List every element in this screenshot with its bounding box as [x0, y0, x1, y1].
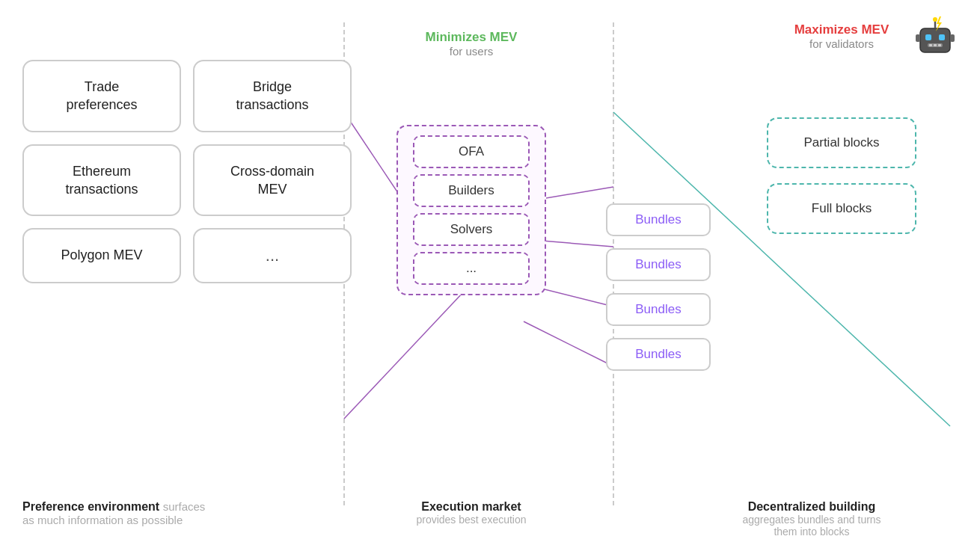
bundle-3: Bundles	[606, 293, 711, 326]
for-users-label: for users	[426, 45, 518, 58]
svg-rect-9	[920, 28, 950, 52]
svg-rect-19	[950, 34, 955, 42]
solvers-item: Solvers	[413, 213, 530, 246]
middle-ellipsis: ...	[413, 252, 530, 285]
right-footer-secondary: aggregates bundles and turnsthem into bl…	[666, 514, 958, 538]
bundles-column: Bundles Bundles Bundles Bundles	[591, 37, 726, 536]
ellipsis-box: ...	[193, 228, 352, 283]
builders-item: Builders	[413, 174, 530, 207]
svg-rect-16	[934, 44, 937, 46]
bundle-1: Bundles	[606, 203, 711, 236]
block-boxes: Partial blocks Full blocks	[767, 117, 916, 234]
right-footer-primary: Decentralized building	[666, 500, 958, 514]
footer-row: Preference environment surfacesas much i…	[0, 500, 980, 538]
bridge-transactions-box: Bridgetransactions	[193, 60, 352, 132]
svg-point-11	[933, 17, 937, 22]
svg-rect-13	[939, 34, 945, 40]
left-footer: Preference environment surfacesas much i…	[22, 500, 352, 538]
polygon-mev-box: Polygon MEV	[22, 228, 181, 283]
trade-preferences-box: Tradepreferences	[22, 60, 181, 132]
bundle-2: Bundles	[606, 248, 711, 281]
svg-rect-15	[929, 44, 932, 46]
for-validators-label: for validators	[794, 37, 889, 50]
left-footer-primary: Preference environment	[22, 500, 159, 513]
svg-rect-18	[916, 34, 920, 42]
bundle-4: Bundles	[606, 338, 711, 371]
partial-blocks-box: Partial blocks	[767, 117, 916, 168]
middle-footer-primary: Execution market	[352, 500, 591, 514]
svg-rect-12	[925, 34, 931, 40]
cross-domain-mev-box: Cross-domainMEV	[193, 144, 352, 217]
ethereum-transactions-box: Ethereumtransactions	[22, 144, 181, 217]
middle-footer-secondary: provides best execution	[352, 514, 591, 526]
minimizes-label: Minimizes MEV	[426, 30, 518, 45]
middle-column: Minimizes MEV for users OFA Builders Sol…	[352, 15, 591, 536]
right-column: Maximizes MEV for validators Partial blo…	[726, 15, 958, 536]
maximizes-header: Maximizes MEV for validators	[794, 15, 889, 50]
execution-group: OFA Builders Solvers ...	[396, 125, 546, 295]
preference-grid: Tradepreferences Bridgetransactions Ethe…	[22, 60, 352, 283]
maximizes-label: Maximizes MEV	[794, 22, 889, 37]
robot-icon	[911, 13, 959, 61]
middle-footer: Execution market provides best execution	[352, 500, 591, 538]
full-blocks-box: Full blocks	[767, 183, 916, 234]
ofa-item: OFA	[413, 135, 530, 168]
svg-rect-17	[938, 44, 941, 46]
minimizes-header: Minimizes MEV for users	[426, 22, 518, 58]
left-column: Tradepreferences Bridgetransactions Ethe…	[22, 15, 352, 536]
right-footer: Decentralized building aggregates bundle…	[591, 500, 958, 538]
